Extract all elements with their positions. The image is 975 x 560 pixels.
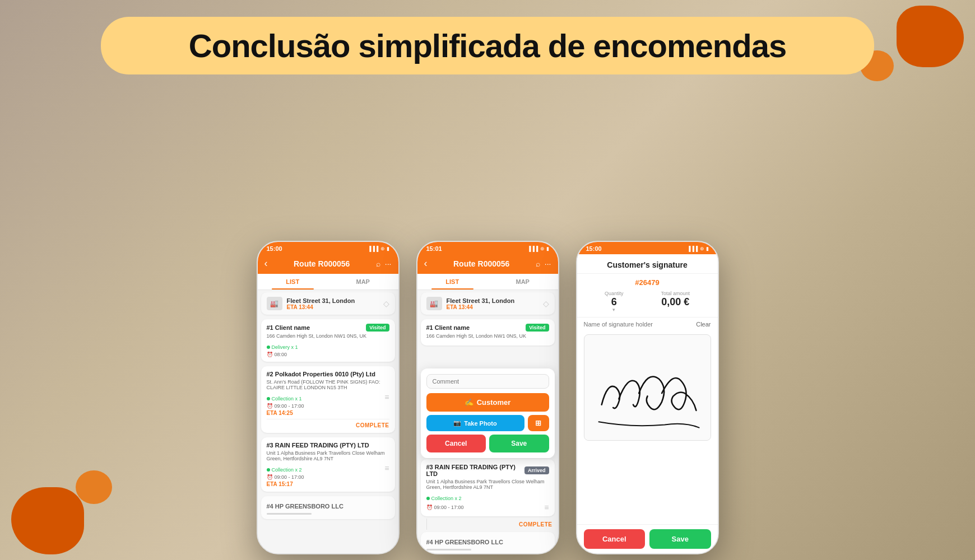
phone2-stop-3[interactable]: #3 RAIN FEED TRADING (PTY) LTD Arrived U… [421,459,555,516]
sig-name-input[interactable] [584,321,693,328]
decoration-blob-tr [897,6,964,67]
signal-icon3: ▐▐▐ [687,246,698,251]
phone1-complete-btn[interactable]: COMPLETE [356,422,389,428]
more-icon[interactable]: ··· [385,259,392,268]
signature-header: Customer's signature [577,254,718,274]
hero-title: Conclusão simplificada de encomendas [189,27,786,64]
phone2-nav-bar: ‹ Route R000056 ⌕ ··· [417,254,558,274]
phone1-tab-bar: LIST MAP [258,274,398,290]
phone1-stop-2[interactable]: #2 Polkadot Properties 0010 (Pty) Ltd St… [261,366,395,433]
phone1-stop2-tag: Collection x 1 [267,396,302,402]
phone2-back-btn[interactable]: ‹ [424,258,428,269]
phone2-stop1-address: 166 Camden High St, London NW1 0NS, UK [426,333,549,339]
phone2-route-title: Route R000056 [453,259,509,268]
take-photo-button[interactable]: 📷 Take Photo [426,415,524,431]
battery-icon2: ▮ [546,246,549,251]
phone2-stop-4[interactable]: #4 HP GREENSBORO LLC [421,532,555,553]
total-label: Total amount [661,291,690,296]
dialog-cancel-button[interactable]: Cancel [426,435,486,452]
phone1-stop4-name: #4 HP GREENSBORO LLC [267,503,343,510]
cancel-save-row: Cancel Save [426,435,549,452]
phone1-route-title: Route R000056 [294,259,350,268]
wifi-icon3: ⊕ [700,246,704,251]
sig-meta: Quantity 6 ▾ Total amount 0,00 € [577,291,718,317]
wifi-icon: ⊕ [380,246,385,251]
phone2-time: 15:01 [426,245,442,252]
phone1-stop3-name: #3 RAIN FEED TRADING (PTY) LTD [267,442,369,449]
phone2-stop3-address: Unit 1 Alpha Business Park Travellors Cl… [426,479,549,490]
divider-p2 [426,519,427,530]
tag-dot3 [267,468,270,472]
hero-section: Conclusão simplificada de encomendas [101,17,874,74]
phone1-stop1-badge: Visited [366,324,389,332]
sig-order-num: #26479 [635,278,659,287]
phone1-stop-3[interactable]: #3 RAIN FEED TRADING (PTY) LTD Unit 1 Al… [261,437,395,492]
tag-dot-p2 [426,497,430,500]
phone1-stop1-tag: Delivery x 1 [267,344,298,350]
dialog-save-button[interactable]: Save [489,435,549,452]
phone2-dialog: ✍ Customer 📷 Take Photo ⊞ Cancel Save [421,368,555,458]
camera-icon: 📷 [453,419,461,427]
phone1-content: 🏭 Fleet Street 31, London ETA 13:44 ◇ #1… [258,290,398,553]
gallery-button[interactable]: ⊞ [528,415,549,431]
sig-clear-btn[interactable]: Clear [696,321,711,328]
phone1-stop3-eta: ETA 15:17 [267,481,304,487]
phone2-depot-name: Fleet Street 31, London [447,297,515,304]
hero-title-box: Conclusão simplificada de encomendas [101,17,874,74]
phone1-back-btn[interactable]: ‹ [264,258,268,269]
more-icon2[interactable]: ··· [545,259,551,268]
signature-icon: ✍ [465,398,473,407]
signature-svg [584,335,711,440]
phone1-tab-map[interactable]: MAP [328,274,398,290]
sig-cancel-btn[interactable]: Cancel [584,529,646,549]
sig-actions: Cancel Save [577,524,718,553]
phone1-time: 15:00 [267,245,282,252]
phone2-complete-btn[interactable]: COMPLETE [519,521,552,528]
phone2-status-icons: ▐▐▐ ⊕ ▮ [527,246,549,251]
phone-3: 15:00 ▐▐▐ ⊕ ▮ Customer's signature #2647… [576,241,719,554]
phone1-depot: 🏭 Fleet Street 31, London ETA 13:44 ◇ [261,292,395,315]
quantity-dropdown[interactable]: ▾ [605,307,624,312]
phone1-tab-list[interactable]: LIST [258,274,328,290]
sig-title: Customer's signature [607,260,687,269]
sig-save-btn[interactable]: Save [649,529,711,549]
phone2-tab-list[interactable]: LIST [417,274,488,290]
phone2-status-bar: 15:01 ▐▐▐ ⊕ ▮ [417,242,558,254]
menu-lines-icon[interactable]: ≡ [384,393,389,402]
search-icon[interactable]: ⌕ [376,259,380,268]
tag-dot2 [267,397,270,400]
sig-quantity: Quantity 6 ▾ [605,291,624,312]
signature-canvas[interactable] [584,334,711,441]
diamond-icon: ◇ [383,299,389,308]
phone2-stop3-badge: Arrived [524,466,549,474]
diamond-icon2: ◇ [543,299,549,308]
phone3-content: Customer's signature #26479 Quantity 6 ▾… [577,254,718,553]
phone3-status-icons: ▐▐▐ ⊕ ▮ [687,246,708,251]
battery-icon3: ▮ [706,246,709,251]
depot-icon2: 🏭 [426,297,442,310]
phone2-nav-icons: ⌕ ··· [536,259,551,268]
phone1-stop-4[interactable]: #4 HP GREENSBORO LLC [261,496,395,519]
menu-lines-icon3[interactable]: ≡ [384,464,389,473]
comment-input[interactable] [426,374,549,389]
quantity-label: Quantity [605,291,624,296]
phone1-nav-icons: ⌕ ··· [376,259,392,268]
phone1-stop2-eta: ETA 14:25 [267,410,304,416]
phone2-stop-1[interactable]: #1 Client name Visited 166 Camden High S… [421,319,555,346]
phone1-stop1-address: 166 Camden High St, London NW1 0NS, UK [267,333,389,339]
clock-icon-p2: ⏰ [426,505,433,510]
clock-icon: ⏰ [267,352,273,357]
phone1-stop-1[interactable]: #1 Client name Visited 166 Camden High S… [261,319,395,362]
phone2-content: 🏭 Fleet Street 31, London ETA 13:44 ◇ #1… [417,290,558,553]
search-icon2[interactable]: ⌕ [536,259,540,268]
tag-dot [267,346,270,349]
customer-button[interactable]: ✍ Customer [426,393,549,412]
phone1-stop3-address: Unit 1 Alpha Business Park Travellors Cl… [267,450,389,461]
phone-1: 15:00 ▐▐▐ ⊕ ▮ ‹ Route R000056 ⌕ ··· LIST… [257,241,400,554]
menu-lines-icon-p2[interactable]: ≡ [544,503,549,512]
phone2-depot-eta: ETA 13:44 [447,304,515,310]
signal-icon2: ▐▐▐ [527,246,538,251]
phone2-tab-map[interactable]: MAP [487,274,558,290]
phone3-status-bar: 15:00 ▐▐▐ ⊕ ▮ [577,242,718,254]
signal-icon: ▐▐▐ [368,246,378,251]
